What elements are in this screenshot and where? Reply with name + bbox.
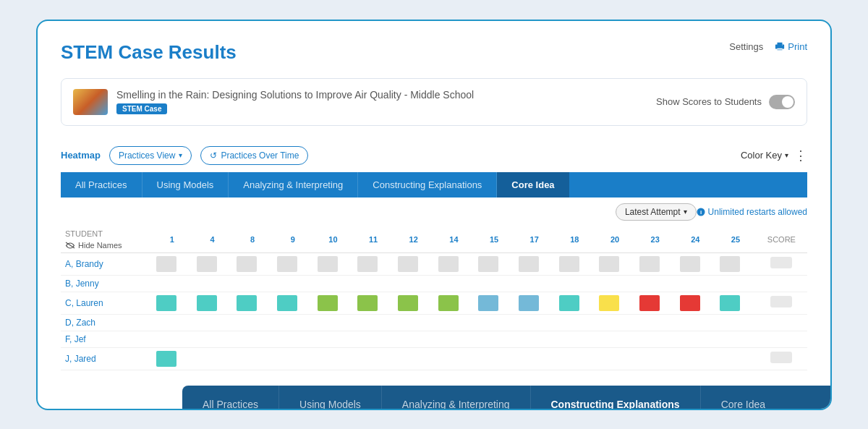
table-row: C, Lauren xyxy=(61,292,807,314)
settings-link[interactable]: Settings xyxy=(729,41,763,52)
heat-cell-17 xyxy=(514,331,555,347)
heat-cell-23 xyxy=(635,331,676,347)
heat-cell-24 xyxy=(676,347,716,370)
page-title: STEM Case Results xyxy=(61,41,807,64)
heat-cell-25 xyxy=(715,292,756,314)
tab-analyzing-and-interpreting[interactable]: Analyzing & Interpreting xyxy=(229,172,358,197)
heat-cell-11 xyxy=(353,347,393,370)
main-card: Settings Print STEM Case Results Smellin… xyxy=(36,20,832,410)
heat-cell-18 xyxy=(555,314,595,331)
student-name: J, Jared xyxy=(61,347,152,370)
print-label: Print xyxy=(788,41,807,52)
heatmap-controls: Heatmap Practices View ▾ ↺ Practices Ove… xyxy=(61,139,807,165)
tooltip-tab-analyzing-and-interpreting[interactable]: Analyzing & Interpreting xyxy=(382,386,531,410)
col-header-14: 14 xyxy=(434,226,475,253)
tooltip-tab-core-idea[interactable]: Core Idea xyxy=(701,386,786,410)
heat-cell-25 xyxy=(715,347,756,370)
heat-cell-14 xyxy=(434,331,475,347)
heat-cell-1 xyxy=(152,347,192,370)
heat-cell-4 xyxy=(192,252,233,275)
heat-cell-4 xyxy=(192,292,233,314)
heat-cell-9 xyxy=(273,252,313,275)
color-key-button[interactable]: Color Key ▾ xyxy=(741,150,788,161)
top-controls: Settings Print xyxy=(729,41,807,52)
practices-view-button[interactable]: Practices View ▾ xyxy=(109,146,192,165)
col-header-18: 18 xyxy=(555,226,595,253)
color-key-right: Color Key ▾ ⋮ xyxy=(741,149,807,162)
print-link[interactable]: Print xyxy=(775,41,807,52)
col-header-23: 23 xyxy=(635,226,676,253)
score-cell xyxy=(756,347,807,370)
heat-cell-17 xyxy=(514,252,555,275)
heat-cell-9 xyxy=(273,347,313,370)
col-header-24: 24 xyxy=(676,226,716,253)
score-cell xyxy=(756,252,807,275)
tab-constructing-explanations[interactable]: Constructing Explanations xyxy=(358,172,497,197)
heat-cell-11 xyxy=(353,292,393,314)
heat-cell-18 xyxy=(555,252,595,275)
heat-cell-9 xyxy=(273,292,313,314)
col-header-8: 8 xyxy=(232,226,273,253)
heat-cell-24 xyxy=(676,292,716,314)
latest-attempt-label: Latest Attempt xyxy=(625,207,681,217)
heat-cell-1 xyxy=(152,314,192,331)
score-cell xyxy=(756,314,807,331)
more-options-button[interactable]: ⋮ xyxy=(794,149,807,162)
heat-cell-12 xyxy=(393,292,434,314)
heat-cell-25 xyxy=(715,331,756,347)
heat-cell-10 xyxy=(313,331,354,347)
heat-cell-4 xyxy=(192,314,233,331)
practices-over-time-button[interactable]: ↺ Practices Over Time xyxy=(200,146,308,165)
latest-attempt-row: Latest Attempt ▾ i Unlimited restarts al… xyxy=(61,197,807,226)
heat-cell-17 xyxy=(514,347,555,370)
col-header-11: 11 xyxy=(353,226,393,253)
heat-cell-10 xyxy=(313,252,354,275)
heat-cell-10 xyxy=(313,275,354,292)
tooltip-tab-using-models[interactable]: Using Models xyxy=(279,386,382,410)
hide-names-button[interactable]: Hide Names xyxy=(65,241,148,250)
heat-cell-23 xyxy=(635,252,676,275)
heat-cell-11 xyxy=(353,252,393,275)
tab-all-practices[interactable]: All Practices xyxy=(61,172,142,197)
heat-cell-8 xyxy=(232,252,273,275)
col-header-20: 20 xyxy=(595,226,635,253)
student-name: F, Jef xyxy=(61,331,152,347)
tooltip-tab-all-practices[interactable]: All Practices xyxy=(182,386,279,410)
tab-core-idea[interactable]: Core Idea xyxy=(497,172,569,197)
col-header-9: 9 xyxy=(273,226,313,253)
student-name: D, Zach xyxy=(61,314,152,331)
practices-over-time-label: Practices Over Time xyxy=(221,150,299,161)
latest-attempt-button[interactable]: Latest Attempt ▾ xyxy=(616,203,697,221)
show-scores-toggle[interactable] xyxy=(769,95,795,109)
heat-cell-14 xyxy=(434,292,475,314)
refresh-icon: ↺ xyxy=(210,150,217,161)
heat-cell-23 xyxy=(635,292,676,314)
heat-cell-15 xyxy=(474,314,514,331)
col-header-17: 17 xyxy=(514,226,555,253)
tab-using-models[interactable]: Using Models xyxy=(142,172,229,197)
heat-cell-18 xyxy=(555,347,595,370)
heat-cell-25 xyxy=(715,275,756,292)
show-scores-label: Show Scores to Students xyxy=(656,96,762,107)
heat-cell-25 xyxy=(715,314,756,331)
heat-cell-10 xyxy=(313,347,354,370)
eye-slash-icon xyxy=(65,242,75,249)
table-row: A, Brandy xyxy=(61,252,807,275)
stem-badge: STEM Case xyxy=(116,103,167,114)
heat-cell-20 xyxy=(595,292,635,314)
heat-cell-1 xyxy=(152,292,192,314)
heat-cell-18 xyxy=(555,292,595,314)
heat-cell-4 xyxy=(192,275,233,292)
heat-cell-10 xyxy=(313,292,354,314)
student-name: B, Jenny xyxy=(61,275,152,292)
course-right: Show Scores to Students xyxy=(656,95,795,109)
heat-cell-20 xyxy=(595,275,635,292)
data-table: STUDENT Hide Names 148910111214151718202… xyxy=(61,226,807,370)
table-row: B, Jenny xyxy=(61,275,807,292)
tooltip-tab-constructing-explanations[interactable]: Constructing Explanations xyxy=(531,386,701,410)
heat-cell-8 xyxy=(232,331,273,347)
heat-cell-12 xyxy=(393,252,434,275)
course-card: Smelling in the Rain: Designing Solution… xyxy=(61,78,807,126)
heat-cell-9 xyxy=(273,314,313,331)
color-key-label: Color Key xyxy=(741,150,782,161)
